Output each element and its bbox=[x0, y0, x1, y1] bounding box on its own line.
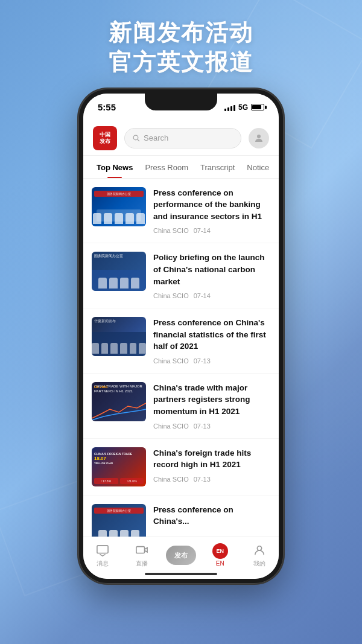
list-item[interactable]: 国务院新闻办公室 Press conference on China's... bbox=[83, 496, 279, 537]
nav-item-profile[interactable]: 我的 bbox=[240, 543, 279, 568]
message-icon bbox=[95, 543, 110, 558]
app-tagline: 新闻发布活动 官方英文报道 bbox=[109, 18, 253, 78]
tab-notice[interactable]: Notice bbox=[241, 156, 275, 178]
nav-tabs: Top News Press Room Transcript Notice bbox=[83, 156, 279, 179]
news-content-5: China's foreign trade hits record high i… bbox=[153, 447, 270, 483]
news-source-2: China SCIO bbox=[153, 292, 189, 299]
svg-rect-4 bbox=[136, 546, 145, 553]
list-item[interactable]: CHINA'S FOREIGN TRADE 18.07 TRILLION YUA… bbox=[83, 439, 279, 495]
news-meta-1: China SCIO 07-14 bbox=[153, 227, 270, 234]
news-content-2: Policy briefing on the launch of China's… bbox=[153, 252, 270, 299]
news-source-4: China SCIO bbox=[153, 422, 189, 430]
tab-top-news[interactable]: Top News bbox=[91, 156, 139, 178]
news-content-3: Press conference on China's financial st… bbox=[153, 317, 270, 365]
list-item[interactable]: 国务院新闻办公室 Policy briefing on the launch o… bbox=[83, 243, 279, 308]
news-content-6: Press conference on China's... bbox=[153, 504, 270, 532]
news-title-1: Press conference on performance of the b… bbox=[153, 187, 270, 223]
status-icons: 5G bbox=[224, 103, 264, 112]
home-indicator bbox=[145, 573, 217, 575]
svg-rect-3 bbox=[97, 546, 108, 553]
news-title-2: Policy briefing on the launch of China's… bbox=[153, 252, 270, 287]
list-item[interactable]: 华夏新闻发布 Press conference on China's finan… bbox=[83, 308, 279, 373]
battery-icon bbox=[251, 104, 264, 110]
search-placeholder: Search bbox=[144, 133, 168, 142]
news-title-3: Press conference on China's financial st… bbox=[153, 317, 270, 352]
news-date-5: 07-13 bbox=[194, 476, 211, 483]
signal-icon bbox=[224, 104, 235, 111]
news-thumbnail-6: 国务院新闻办公室 bbox=[92, 504, 146, 537]
search-bar[interactable]: Search bbox=[124, 128, 241, 148]
news-source-3: China SCIO bbox=[153, 357, 189, 365]
news-date-1: 07-14 bbox=[194, 227, 211, 234]
list-item[interactable]: CHINA TRADE WITH MAJOR PARTNERS IN H1 20… bbox=[83, 374, 279, 438]
svg-point-5 bbox=[257, 546, 261, 550]
nav-label-en: EN bbox=[216, 560, 224, 567]
app-header: 中国 发布 Search bbox=[83, 121, 279, 156]
app-logo[interactable]: 中国 发布 bbox=[93, 126, 117, 150]
status-time: 5:55 bbox=[98, 102, 116, 112]
news-source-5: China SCIO bbox=[153, 476, 189, 483]
nav-item-publish[interactable]: 发布 bbox=[162, 546, 201, 565]
nav-label-live: 直播 bbox=[136, 560, 148, 568]
news-title-6: Press conference on China's... bbox=[153, 504, 270, 528]
notch bbox=[145, 94, 217, 110]
phone-screen: 5:55 5G 中国 发布 bbox=[83, 94, 279, 579]
news-meta-2: China SCIO 07-14 bbox=[153, 292, 270, 299]
news-thumbnail-1: 国务院新闻办公室 bbox=[92, 187, 146, 226]
news-meta-5: China SCIO 07-13 bbox=[153, 476, 270, 483]
news-title-4: China's trade with major partners regist… bbox=[153, 382, 270, 418]
profile-icon bbox=[252, 543, 267, 558]
nav-item-en[interactable]: EN EN bbox=[200, 544, 240, 567]
news-content-1: Press conference on performance of the b… bbox=[153, 187, 270, 235]
news-thumbnail-5: CHINA'S FOREIGN TRADE 18.07 TRILLION YUA… bbox=[92, 447, 146, 486]
news-thumbnail-3: 华夏新闻发布 bbox=[92, 317, 146, 356]
news-meta-4: China SCIO 07-13 bbox=[153, 422, 270, 430]
svg-point-0 bbox=[133, 135, 138, 140]
svg-point-2 bbox=[257, 135, 261, 138]
phone-frame: 5:55 5G 中国 发布 bbox=[78, 89, 284, 584]
publish-button[interactable]: 发布 bbox=[166, 546, 196, 565]
news-date-2: 07-14 bbox=[194, 292, 211, 299]
search-icon bbox=[132, 134, 140, 142]
news-date-4: 07-13 bbox=[194, 422, 211, 430]
news-list: 国务院新闻办公室 Press conference on performance… bbox=[83, 179, 279, 537]
news-thumbnail-2: 国务院新闻办公室 bbox=[92, 252, 146, 291]
news-content-4: China's trade with major partners regist… bbox=[153, 382, 270, 430]
list-item[interactable]: 国务院新闻办公室 Press conference on performance… bbox=[83, 179, 279, 243]
nav-item-live[interactable]: 直播 bbox=[122, 543, 162, 568]
user-avatar[interactable] bbox=[249, 128, 269, 148]
nav-item-messages[interactable]: 消息 bbox=[83, 543, 122, 568]
network-type: 5G bbox=[238, 103, 248, 112]
news-thumbnail-4: CHINA TRADE WITH MAJOR PARTNERS IN H1 20… bbox=[92, 382, 146, 421]
person-icon bbox=[253, 133, 264, 144]
tab-transcript[interactable]: Transcript bbox=[194, 156, 241, 178]
nav-label-profile: 我的 bbox=[253, 560, 265, 568]
status-bar: 5:55 5G bbox=[83, 94, 279, 121]
en-icon: EN bbox=[212, 544, 228, 558]
news-source-1: China SCIO bbox=[153, 227, 189, 234]
nav-label-messages: 消息 bbox=[97, 560, 109, 568]
tab-press-room[interactable]: Press Room bbox=[139, 156, 194, 178]
news-title-5: China's foreign trade hits record high i… bbox=[153, 447, 270, 471]
news-meta-3: China SCIO 07-13 bbox=[153, 357, 270, 365]
news-date-3: 07-13 bbox=[194, 357, 211, 365]
live-icon bbox=[134, 543, 150, 558]
svg-line-1 bbox=[138, 139, 139, 141]
